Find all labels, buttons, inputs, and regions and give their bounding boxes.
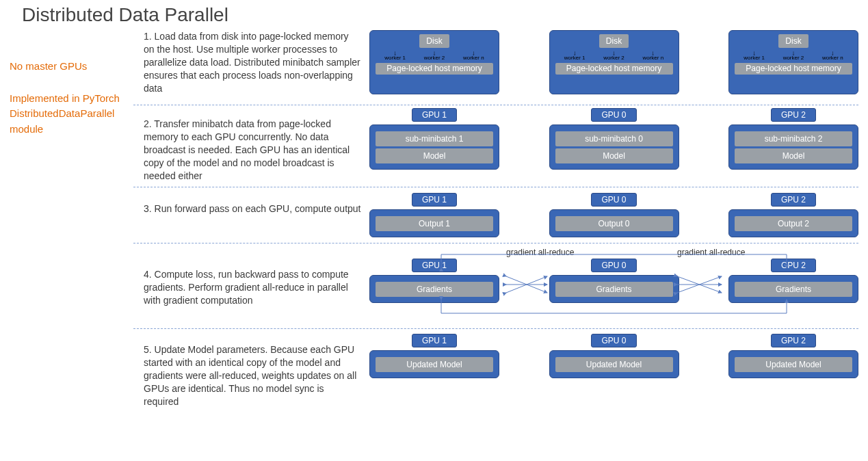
gpu0-wrap-s5: GPU 0 Updated Model bbox=[549, 343, 679, 408]
step-4-text: 4. Compute loss, run backward pass to co… bbox=[144, 268, 369, 307]
gradients-label: Gradients bbox=[376, 282, 493, 297]
gpu1-wrap-s5: GPU 1 Updated Model bbox=[369, 343, 499, 408]
gpu1-wrap-s3: GPU 1 Output 1 bbox=[369, 202, 499, 237]
page-title: Distributed Data Parallel bbox=[22, 4, 228, 26]
divider-4 bbox=[133, 328, 858, 329]
gpu2-box-s3: Output 2 bbox=[728, 209, 858, 237]
gpu0-box-s5: Updated Model bbox=[549, 350, 679, 378]
gpu0-wrap-s3: GPU 0 Output 0 bbox=[549, 202, 679, 237]
workers-3: ↓worker 1 ↓worker 2 ↓worker n bbox=[735, 51, 852, 61]
pagelocked-label: Page-locked host memory bbox=[376, 63, 493, 75]
submb1-label: sub-minibatch 1 bbox=[376, 131, 493, 146]
gpu1-wrap-s4: GPU 1 Gradients bbox=[369, 268, 499, 307]
step-4-diagram: GPU 1 Gradients GPU 0 Gradients GPU 2 Gr… bbox=[369, 268, 858, 307]
step-1-diagram: Disk ↓worker 1 ↓worker 2 ↓worker n Page-… bbox=[369, 30, 858, 94]
updated-model-label: Updated Model bbox=[735, 357, 852, 372]
step-2-row: 2. Transfer minibatch data from page-loc… bbox=[144, 118, 858, 182]
host-box-1: Disk ↓worker 1 ↓worker 2 ↓worker n Page-… bbox=[369, 30, 499, 94]
gradients-label: Gradients bbox=[735, 282, 852, 297]
disk-label: Disk bbox=[419, 34, 449, 48]
submb0-label: sub-minibatch 0 bbox=[555, 131, 673, 146]
updated-model-label: Updated Model bbox=[555, 357, 673, 372]
gpu2-label: GPU 2 bbox=[771, 193, 816, 207]
gpu2-wrap-s4: GPU 2 Gradients bbox=[728, 268, 858, 307]
divider-3 bbox=[133, 243, 858, 243]
step-5-row: 5. Update Model parameters. Because each… bbox=[144, 343, 858, 408]
gpu1-box-s3: Output 1 bbox=[369, 209, 499, 237]
gpu2-label: GPU 2 bbox=[771, 259, 816, 272]
gpu0-wrap-s2: GPU 0 sub-minibatch 0 Model bbox=[549, 118, 679, 182]
step-4-row: 4. Compute loss, run backward pass to co… bbox=[144, 268, 858, 307]
gpu2-wrap-s2: GPU 2 sub-minibatch 2 Model bbox=[728, 118, 858, 182]
step-5-diagram: GPU 1 Updated Model GPU 0 Updated Model … bbox=[369, 343, 858, 408]
gpu0-box-s3: Output 0 bbox=[549, 209, 679, 237]
model-label: Model bbox=[555, 148, 673, 163]
step-2-text: 2. Transfer minibatch data from page-loc… bbox=[144, 118, 369, 182]
step-2-diagram: GPU 1 sub-minibatch 1 Model GPU 0 sub-mi… bbox=[369, 118, 858, 182]
note-pytorch-ddp: Implemented in PyTorch DistributedDataPa… bbox=[10, 91, 129, 137]
gpu0-label: GPU 0 bbox=[591, 334, 636, 347]
gpu1-box-s4: Gradients bbox=[369, 275, 499, 303]
gpu1-wrap-s2: GPU 1 sub-minibatch 1 Model bbox=[369, 118, 499, 182]
allreduce-label-2: gradient all-reduce bbox=[677, 248, 745, 257]
gpu1-box-s5: Updated Model bbox=[369, 350, 499, 378]
gpu2-label: GPU 2 bbox=[771, 334, 816, 347]
gpu2-box-s2: sub-minibatch 2 Model bbox=[728, 124, 858, 170]
pagelocked-label: Page-locked host memory bbox=[555, 63, 673, 75]
output0-label: Output 0 bbox=[555, 216, 673, 231]
gpu1-label: GPU 1 bbox=[412, 334, 457, 347]
host-box-3: Disk ↓worker 1 ↓worker 2 ↓worker n Page-… bbox=[728, 30, 858, 94]
output2-label: Output 2 bbox=[735, 216, 852, 231]
gpu0-box-s4: Gradients bbox=[549, 275, 679, 303]
step-3-row: 3. Run forward pass on each GPU, compute… bbox=[144, 202, 858, 237]
submb2-label: sub-minibatch 2 bbox=[735, 131, 852, 146]
gpu2-wrap-s3: GPU 2 Output 2 bbox=[728, 202, 858, 237]
model-label: Model bbox=[735, 148, 852, 163]
gpu0-label: GPU 0 bbox=[591, 193, 636, 207]
gpu1-box-s2: sub-minibatch 1 Model bbox=[369, 124, 499, 170]
gpu0-box-s2: sub-minibatch 0 Model bbox=[549, 124, 679, 170]
output1-label: Output 1 bbox=[376, 216, 493, 231]
gpu1-label: GPU 1 bbox=[412, 193, 457, 207]
pagelocked-label: Page-locked host memory bbox=[735, 63, 852, 75]
workers-2: ↓worker 1 ↓worker 2 ↓worker n bbox=[555, 51, 673, 61]
model-label: Model bbox=[376, 148, 493, 163]
step-5-text: 5. Update Model parameters. Because each… bbox=[144, 343, 369, 408]
gpu2-label: GPU 2 bbox=[771, 108, 816, 122]
gpu0-label: GPU 0 bbox=[591, 108, 636, 122]
sidebar-notes: No master GPUs Implemented in PyTorch Di… bbox=[10, 59, 129, 153]
step-3-diagram: GPU 1 Output 1 GPU 0 Output 0 GPU 2 Outp… bbox=[369, 202, 858, 237]
workers-1: ↓worker 1 ↓worker 2 ↓worker n bbox=[376, 51, 493, 61]
updated-model-label: Updated Model bbox=[376, 357, 493, 372]
step-1-row: 1. Load data from disk into page-locked … bbox=[144, 30, 858, 94]
step-3-text: 3. Run forward pass on each GPU, compute… bbox=[144, 202, 369, 237]
gradients-label: Gradients bbox=[555, 282, 673, 297]
gpu2-box-s5: Updated Model bbox=[728, 350, 858, 378]
gpu0-wrap-s4: GPU 0 Gradients bbox=[549, 268, 679, 307]
host-box-2: Disk ↓worker 1 ↓worker 2 ↓worker n Page-… bbox=[549, 30, 679, 94]
disk-label: Disk bbox=[778, 34, 808, 48]
note-no-master: No master GPUs bbox=[10, 59, 129, 75]
gpu1-label: GPU 1 bbox=[412, 108, 457, 122]
disk-label: Disk bbox=[599, 34, 629, 48]
divider-2 bbox=[133, 187, 858, 187]
allreduce-label-1: gradient all-reduce bbox=[506, 248, 574, 257]
gpu2-box-s4: Gradients bbox=[728, 275, 858, 303]
gpu2-wrap-s5: GPU 2 Updated Model bbox=[728, 343, 858, 408]
gpu1-label: GPU 1 bbox=[412, 259, 457, 272]
gpu0-label: GPU 0 bbox=[591, 259, 636, 272]
divider-1 bbox=[133, 105, 858, 105]
step-1-text: 1. Load data from disk into page-locked … bbox=[144, 30, 369, 94]
